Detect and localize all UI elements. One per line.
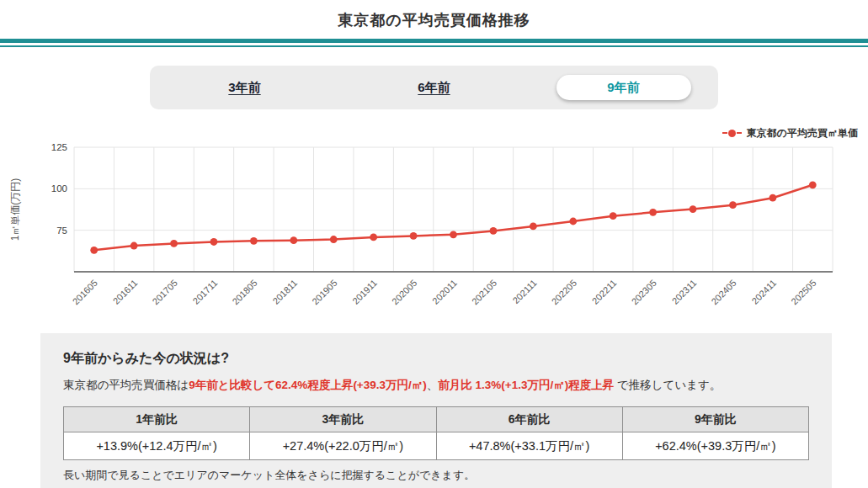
svg-text:75: 75 <box>56 225 67 236</box>
legend-line-marker-icon <box>722 130 742 137</box>
summary-lead: 東京都の平均売買価格は <box>63 379 189 391</box>
svg-text:201811: 201811 <box>270 278 299 306</box>
tab-3years-label: 3年前 <box>228 80 260 94</box>
legend-label: 東京都の平均売買㎡単価 <box>747 126 858 141</box>
price-trend-chart: 751001251㎡単価(万円)201605201611201705201711… <box>0 141 868 320</box>
comparison-table: 1年前比 3年前比 6年前比 9年前比 +13.9%(+12.4万円/㎡) +2… <box>63 406 809 460</box>
value-6year: +47.8%(+33.1万円/㎡) <box>436 432 622 460</box>
value-1year: +13.9%(+12.4万円/㎡) <box>64 432 250 460</box>
chart-svg: 751001251㎡単価(万円)201605201611201705201711… <box>0 141 868 316</box>
svg-text:202311: 202311 <box>670 278 699 306</box>
svg-text:202205: 202205 <box>550 278 578 306</box>
svg-text:1㎡単価(万円): 1㎡単価(万円) <box>9 178 21 241</box>
svg-text:201705: 201705 <box>151 278 179 306</box>
svg-text:202505: 202505 <box>789 278 817 306</box>
header-divider-thin <box>0 45 868 47</box>
summary-text: 東京都の平均売買価格は9年前と比較して62.4%程度上昇(+39.3万円/㎡)、… <box>63 378 809 393</box>
page-title: 東京都の平均売買価格推移 <box>0 10 868 30</box>
svg-text:202011: 202011 <box>430 278 459 306</box>
period-tabbar: 3年前 6年前 9年前 <box>150 66 718 109</box>
col-9year: 9年前比 <box>622 407 808 432</box>
tab-6years-label: 6年前 <box>418 80 450 94</box>
tab-9years[interactable]: 9年前 <box>529 75 718 100</box>
value-9year: +62.4%(+39.3万円/㎡) <box>622 432 808 460</box>
comparison-value-row: +13.9%(+12.4万円/㎡) +27.4%(+22.0万円/㎡) +47.… <box>64 432 809 460</box>
summary-heading: 9年前からみた今の状況は? <box>63 350 809 368</box>
svg-text:202411: 202411 <box>749 278 778 306</box>
svg-text:202005: 202005 <box>390 278 418 306</box>
tab-9years-label: 9年前 <box>556 75 691 100</box>
summary-separator: 、 <box>427 379 439 391</box>
summary-highlight-mom: 前月比 1.3%(+1.3万円/㎡)程度上昇 <box>438 379 614 391</box>
summary-footnote: 長い期間で見ることでエリアのマーケット全体をさらに把握することができます。 <box>63 468 809 483</box>
svg-text:202111: 202111 <box>510 278 538 305</box>
tab-3years[interactable]: 3年前 <box>150 80 339 96</box>
svg-text:100: 100 <box>51 183 67 194</box>
summary-highlight-9y: 9年前と比較して62.4%程度上昇(+39.3万円/㎡) <box>189 379 427 391</box>
svg-text:202405: 202405 <box>709 278 738 306</box>
svg-text:201805: 201805 <box>230 278 258 306</box>
svg-text:201711: 201711 <box>191 278 220 306</box>
comparison-header-row: 1年前比 3年前比 6年前比 9年前比 <box>64 407 809 432</box>
value-3year: +27.4%(+22.0万円/㎡) <box>250 432 436 460</box>
col-3year: 3年前比 <box>250 407 436 432</box>
svg-text:201605: 201605 <box>71 278 99 306</box>
svg-text:201911: 201911 <box>350 278 379 306</box>
page-header: 東京都の平均売買価格推移 <box>0 0 868 39</box>
col-6year: 6年前比 <box>436 407 622 432</box>
svg-text:201611: 201611 <box>111 278 140 306</box>
svg-text:202211: 202211 <box>590 278 619 306</box>
header-divider-thick <box>0 39 868 43</box>
summary-tail: で推移しています。 <box>614 379 721 391</box>
svg-text:202105: 202105 <box>470 278 498 306</box>
col-1year: 1年前比 <box>64 407 250 432</box>
chart-legend: 東京都の平均売買㎡単価 <box>0 126 868 140</box>
svg-text:202305: 202305 <box>630 278 658 306</box>
tab-6years[interactable]: 6年前 <box>339 80 529 96</box>
svg-text:125: 125 <box>51 142 67 152</box>
summary-panel: 9年前からみた今の状況は? 東京都の平均売買価格は9年前と比較して62.4%程度… <box>40 333 832 488</box>
svg-text:201905: 201905 <box>310 278 338 306</box>
